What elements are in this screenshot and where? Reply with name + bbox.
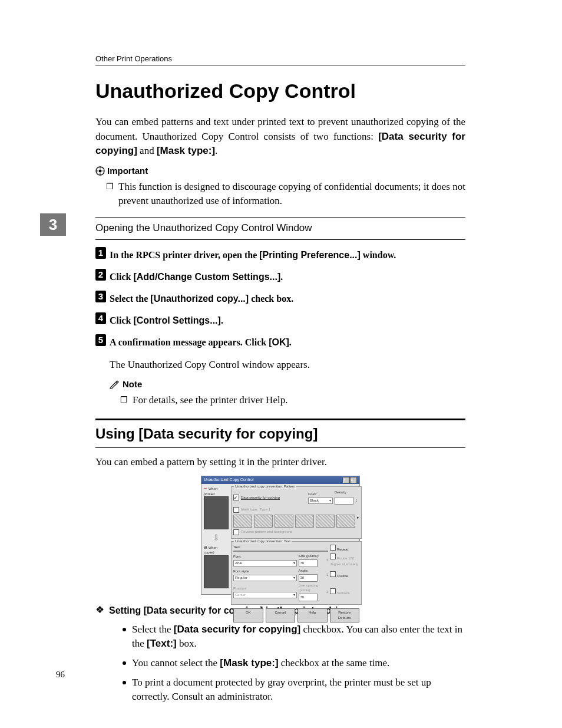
- style-select[interactable]: Regular: [233, 575, 297, 581]
- step-number-icon: 4: [95, 312, 106, 324]
- help-button[interactable]: Help: [297, 608, 328, 622]
- size-spinner[interactable]: 70: [299, 559, 318, 567]
- chapter-tab: 3: [40, 213, 66, 236]
- fieldset-pattern-legend: Unauthorized copy prevention: Pattern: [234, 484, 296, 489]
- when-copied-label: 🖶 When copied: [204, 545, 229, 555]
- checkbox-mask-type[interactable]: [233, 507, 239, 513]
- step-number-icon: 5: [95, 334, 106, 346]
- procedure-heading: Opening the Unauthorized Copy Control Wi…: [95, 221, 465, 236]
- step-5-result: The Unauthorized Copy Control window app…: [110, 358, 465, 373]
- header-rule: [95, 65, 465, 65]
- density-slider[interactable]: [335, 497, 353, 505]
- dialog-title: Unauthorized Copy Control: [204, 477, 253, 483]
- section-intro: You can embed a pattern by setting it in…: [95, 455, 465, 470]
- linespacing-spinner[interactable]: 70: [299, 594, 318, 601]
- important-item: ❐ This function is designed to discourag…: [106, 180, 465, 209]
- square-bullet-icon: ❐: [106, 180, 114, 209]
- font-select[interactable]: Arial: [233, 560, 297, 566]
- note-icon: [110, 380, 119, 389]
- arrow-icon[interactable]: ↕: [326, 557, 329, 563]
- dialog-screenshot: Unauthorized Copy Control ? × ⮕ When pri…: [201, 476, 360, 595]
- diamond-bullet-icon: ❖: [95, 603, 104, 618]
- intro-paragraph: You can embed patterns and text under pr…: [95, 115, 465, 159]
- close-icon[interactable]: ×: [350, 477, 357, 483]
- step-1: 1 In the RPCS printer driver, open the […: [95, 248, 465, 262]
- fieldset-text-legend: Unauthorized copy prevention: Text: [234, 539, 292, 544]
- list-item: Select the [Data security for copying] c…: [123, 622, 465, 651]
- checkbox-reverse[interactable]: [233, 529, 239, 535]
- note-label: Note: [123, 378, 142, 391]
- important-icon: [95, 166, 105, 176]
- rule: [95, 217, 465, 218]
- position-select[interactable]: Center: [233, 592, 297, 598]
- checkbox-rotate[interactable]: [330, 554, 336, 559]
- section-heading: Using [Data security for copying]: [95, 424, 465, 444]
- step-4: 4 Click [Control Settings...].: [95, 314, 465, 327]
- cancel-button[interactable]: Cancel: [266, 608, 296, 622]
- list-item: You cannot select the [Mask type:] check…: [123, 656, 465, 671]
- arrow-icon[interactable]: ↕: [326, 589, 329, 595]
- bullet-icon: [123, 628, 126, 631]
- section-rule: [95, 419, 465, 420]
- bullet-icon: [123, 661, 126, 665]
- step-2: 2 Click [Add/Change Custom Settings...].: [95, 270, 465, 284]
- arrow-icon[interactable]: ↕: [355, 498, 358, 503]
- checkbox-solitaire[interactable]: [330, 588, 336, 594]
- svg-point-1: [99, 169, 102, 172]
- important-label: Important: [107, 164, 148, 177]
- step-number-icon: 3: [95, 291, 106, 302]
- help-icon[interactable]: ?: [342, 477, 349, 483]
- text-input[interactable]: [233, 551, 328, 552]
- note-item: ❐ For details, see the printer driver He…: [120, 393, 465, 408]
- list-item: To print a document protected by gray ov…: [123, 676, 465, 704]
- ok-button[interactable]: OK: [233, 608, 263, 622]
- scroll-right-icon[interactable]: ▸: [357, 515, 359, 528]
- step-number-icon: 1: [95, 247, 106, 259]
- rule: [95, 447, 465, 448]
- preview-copied: [204, 555, 229, 588]
- arrow-icon[interactable]: ↕: [326, 572, 329, 578]
- square-bullet-icon: ❐: [120, 393, 128, 408]
- step-number-icon: 2: [95, 269, 106, 281]
- running-header: Other Print Operations: [95, 54, 172, 63]
- pattern-swatches[interactable]: ▸: [233, 515, 359, 528]
- arrow-down-icon: ⇩: [204, 532, 229, 543]
- angle-spinner[interactable]: 30: [299, 574, 318, 582]
- page-number: 96: [56, 670, 65, 680]
- restore-defaults-button[interactable]: Restore Defaults: [330, 608, 360, 622]
- step-5: 5 A confirmation message appears. Click …: [95, 335, 465, 349]
- step-3: 3 Select the [Unauthorized copy...] chec…: [95, 292, 465, 305]
- preview-printed: [204, 496, 229, 529]
- when-printed-label: ⮕ When printed: [204, 486, 229, 496]
- bullet-icon: [123, 681, 126, 684]
- checkbox-data-security[interactable]: ✔: [233, 495, 239, 500]
- checkbox-repeat[interactable]: [330, 545, 336, 551]
- rule: [95, 239, 465, 240]
- color-select[interactable]: Black: [308, 498, 333, 504]
- page-title: Unauthorized Copy Control: [95, 80, 356, 103]
- checkbox-outline[interactable]: [330, 571, 336, 577]
